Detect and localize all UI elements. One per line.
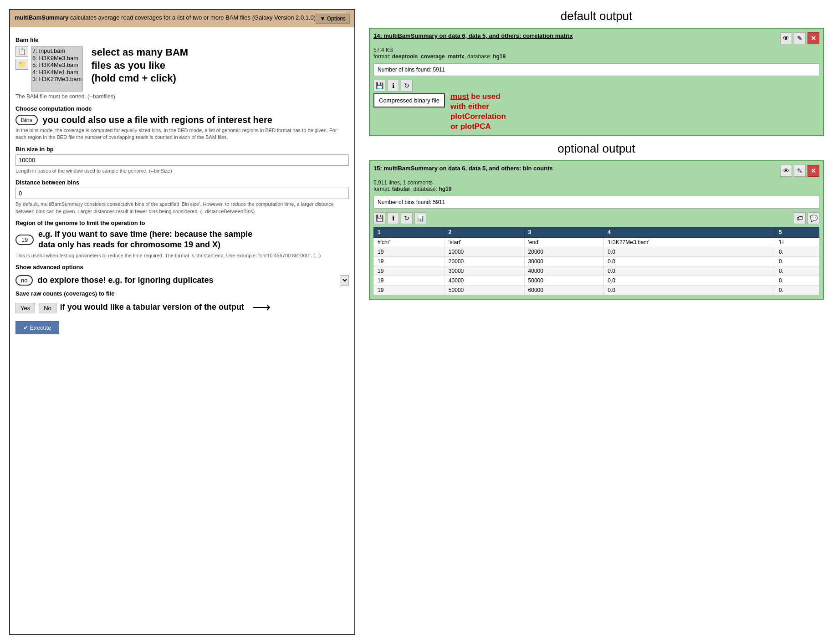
- format-label: format:: [373, 53, 390, 60]
- yes-button[interactable]: Yes: [15, 303, 35, 313]
- execute-label: ✔ Execute: [23, 324, 51, 331]
- info-icon-btn-2[interactable]: ℹ: [387, 212, 399, 224]
- save-icon-btn-2[interactable]: 💾: [373, 212, 385, 224]
- region-desc: This is useful when testing parameters t…: [15, 252, 349, 259]
- advanced-label: Show advanced options: [15, 264, 349, 271]
- col-5-header: 5: [775, 227, 819, 238]
- bins-pill[interactable]: Bins: [15, 115, 38, 125]
- table-cell: 40000: [445, 276, 524, 286]
- chart-icon-btn[interactable]: 📊: [414, 212, 426, 224]
- table-row: #'chr''start''end''H3K27Me3.bam''H: [374, 238, 819, 247]
- bam-file-section: 📋 📁 7: Input.bam 6: H3K9Me3.bam 5: H3K4M…: [15, 46, 83, 92]
- db-value: hg19: [493, 53, 506, 60]
- distance-label: Distance between bins: [15, 179, 349, 186]
- edit-icon-btn[interactable]: ✎: [794, 32, 806, 44]
- table-row: 1920000300000.00.: [374, 257, 819, 266]
- save-icon-btn[interactable]: 💾: [373, 80, 385, 92]
- table-cell: 30000: [445, 266, 524, 276]
- edit-icon-btn-2[interactable]: ✎: [794, 165, 806, 177]
- bin-size-input[interactable]: [15, 154, 349, 166]
- close-icon-btn-2[interactable]: ✕: [807, 165, 819, 177]
- table-cell: 0.0: [604, 276, 775, 286]
- save-raw-section: Save raw counts (coverages) to file Yes …: [15, 290, 349, 315]
- tool-name-bold: multiBamSummary: [15, 14, 68, 21]
- info-icon-btn[interactable]: ℹ: [387, 80, 399, 92]
- distance-input[interactable]: [15, 188, 349, 199]
- table-cell: 'start': [445, 238, 524, 247]
- table-cell: 60000: [524, 286, 604, 295]
- table-cell: 30000: [524, 257, 604, 266]
- eye-icon-btn[interactable]: 👁: [780, 32, 792, 44]
- bam-option-2[interactable]: 6: H3K9Me3.bam: [32, 55, 82, 62]
- comp-mode-row: Bins you could also use a file with regi…: [15, 115, 349, 125]
- bam-folder-button[interactable]: 📁: [15, 59, 28, 70]
- optional-lines: 5,911 lines, 1 comments: [373, 179, 433, 186]
- left-panel: multiBamSummary calculates average read …: [9, 9, 355, 635]
- table-cell: 19: [374, 276, 445, 286]
- advanced-row: no do explore those! e.g. for ignoring d…: [15, 275, 349, 286]
- tool-body: Bam file 📋 📁 7: Input.bam 6: H3K9Me3.bam…: [10, 27, 354, 343]
- optional-output-title: optional output: [369, 142, 824, 156]
- tag-icon-btn[interactable]: 🏷: [794, 212, 806, 224]
- default-card-icons: 👁 ✎ ✕: [780, 32, 819, 44]
- execute-button[interactable]: ✔ Execute: [15, 321, 59, 334]
- bam-option-3[interactable]: 5: H3K4Me3.bam: [32, 61, 82, 69]
- bam-file-select[interactable]: 7: Input.bam 6: H3K9Me3.bam 5: H3K4Me3.b…: [31, 46, 83, 92]
- table-cell: 0.: [775, 276, 819, 286]
- bam-file-label: Bam file: [15, 36, 349, 43]
- table-cell: 0.0: [604, 266, 775, 276]
- table-cell: 0.: [775, 257, 819, 266]
- refresh-icon-btn[interactable]: ↻: [401, 80, 413, 92]
- distance-desc: By default, multiBamSummary considers co…: [15, 201, 349, 215]
- compressed-row: Compressed binary file must be usedwith …: [373, 92, 819, 132]
- col-2-header: 2: [445, 227, 524, 238]
- optional-card-header: 15: multiBamSummary on data 6, data 5, a…: [373, 165, 819, 177]
- bam-option-5[interactable]: 3: H3K27Me3.bam: [32, 76, 82, 83]
- close-icon-btn[interactable]: ✕: [807, 32, 819, 44]
- bam-copy-button[interactable]: 📋: [15, 46, 28, 57]
- bam-option-4[interactable]: 4: H3K4Me1.bam: [32, 69, 82, 76]
- bam-buttons: 📋 📁: [15, 46, 28, 70]
- table-cell: 0.: [775, 247, 819, 257]
- optional-db-label: database:: [413, 186, 437, 192]
- table-cell: 0.0: [604, 247, 775, 257]
- must-word: must: [450, 92, 469, 101]
- table-cell: 19: [374, 247, 445, 257]
- table-cell: 50000: [524, 276, 604, 286]
- table-cell: 0.: [775, 286, 819, 295]
- region-pill[interactable]: 19: [15, 235, 34, 245]
- eye-icon-btn-2[interactable]: 👁: [780, 165, 792, 177]
- optional-info-box: Number of bins found: 5911: [373, 196, 819, 209]
- table-cell: 19: [374, 286, 445, 295]
- optional-card-actions: 💾 ℹ ↻ 📊 🏷 💬: [373, 212, 819, 224]
- optional-card-meta: 5,911 lines, 1 comments format: tabular,…: [373, 179, 819, 192]
- comment-icon-btn[interactable]: 💬: [807, 212, 819, 224]
- db-label: database:: [467, 53, 491, 60]
- table-cell: 'H3K27Me3.bam': [604, 238, 775, 247]
- table-cell: 19: [374, 257, 445, 266]
- optional-format-value: tabular: [392, 186, 410, 192]
- no-button[interactable]: No: [39, 303, 56, 313]
- optional-data-table: 1 2 3 4 5 #'chr''start''end''H3K27Me3.ba…: [373, 227, 819, 295]
- save-annotation: if you would like a tabular version of t…: [60, 302, 244, 312]
- refresh-icon-btn-2[interactable]: ↻: [401, 212, 413, 224]
- right-panel: default output 14: multiBamSummary on da…: [364, 0, 833, 644]
- options-button[interactable]: ▼ Options: [316, 14, 350, 24]
- table-cell: 0.: [775, 266, 819, 276]
- comp-mode-annotation: you could also use a file with regions o…: [42, 115, 272, 125]
- bam-note: The BAM file must be sorted. (--bamfiles…: [15, 93, 349, 100]
- advanced-dropdown[interactable]: ▼: [340, 275, 349, 286]
- table-row: 1930000400000.00.: [374, 266, 819, 276]
- bam-option-1[interactable]: 7: Input.bam: [32, 47, 82, 55]
- table-cell: 20000: [524, 247, 604, 257]
- table-cell: 50000: [445, 286, 524, 295]
- no-pill[interactable]: no: [15, 275, 33, 286]
- default-card-title: 14: multiBamSummary on data 6, data 5, a…: [373, 32, 777, 39]
- yes-no-row: Yes No: [15, 303, 56, 313]
- table-row: 1910000200000.00.: [374, 247, 819, 257]
- col-4-header: 4: [604, 227, 775, 238]
- format-value: deeptools_coverage_matrix: [392, 53, 465, 60]
- region-section: Region of the genome to limit the operat…: [15, 220, 349, 259]
- region-row: 19 e.g. if you want to save time (here: …: [15, 229, 349, 250]
- tool-name-rest: calculates average read coverages for a …: [68, 14, 316, 21]
